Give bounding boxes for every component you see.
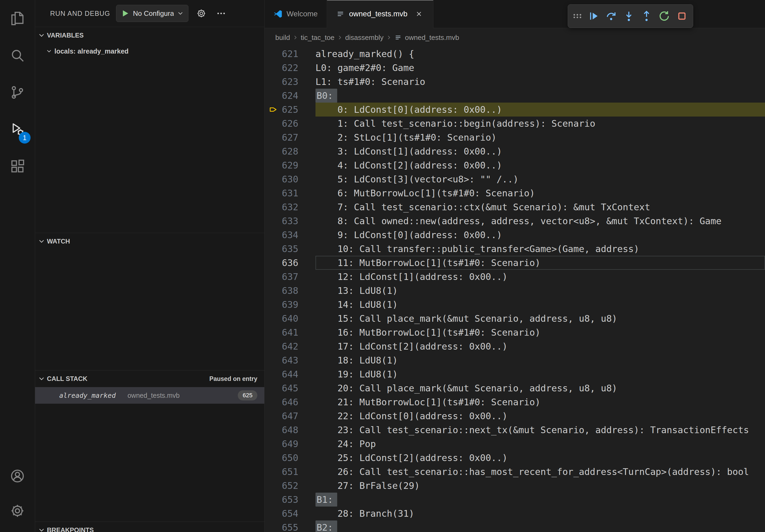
code-line-content[interactable]: 13: LdU8(1): [316, 284, 765, 298]
code-line-content[interactable]: 20: Call place_mark(&mut Scenario, addre…: [316, 381, 765, 395]
code-line-content[interactable]: 1: Call test_scenario::begin(address): S…: [316, 117, 765, 131]
code-line-content[interactable]: 27: BrFalse(29): [316, 479, 765, 493]
code-line-content[interactable]: 17: LdConst[2](address: 0x00..): [316, 339, 765, 353]
code-line-content[interactable]: 4: LdConst[2](address: 0x00..): [316, 158, 765, 172]
code-line-content[interactable]: 21: MutBorrowLoc[1](ts#1#0: Scenario): [316, 395, 765, 409]
line-number-gutter[interactable]: 630: [265, 172, 316, 186]
debug-launch-dropdown[interactable]: No Configura: [116, 5, 189, 22]
source-control-activity-button[interactable]: [0, 74, 35, 111]
step-over-button[interactable]: [603, 8, 619, 24]
line-number-gutter[interactable]: 625: [265, 103, 316, 117]
code-line-content[interactable]: 26: Call test_scenario::has_most_recent_…: [316, 465, 765, 479]
variables-scope-row[interactable]: locals: already_marked: [35, 44, 264, 59]
line-number-gutter[interactable]: 638: [265, 284, 316, 298]
code-line-content[interactable]: L1: ts#1#0: Scenario: [316, 75, 765, 89]
breadcrumb-item[interactable]: disassembly: [345, 34, 383, 42]
search-activity-button[interactable]: [0, 37, 35, 74]
breadcrumb-item[interactable]: tic_tac_toe: [301, 34, 335, 42]
line-number-gutter[interactable]: 642: [265, 339, 316, 353]
variables-section-header[interactable]: VARIABLES: [35, 27, 264, 44]
breadcrumb-item[interactable]: build: [275, 34, 290, 42]
stop-button[interactable]: [674, 8, 690, 24]
views-more-actions-button[interactable]: [214, 6, 228, 20]
code-line-content[interactable]: 16: MutBorrowLoc[1](ts#1#0: Scenario): [316, 326, 765, 339]
line-number-gutter[interactable]: 632: [265, 200, 316, 214]
step-into-button[interactable]: [620, 8, 637, 24]
code-line-content[interactable]: B0:: [316, 89, 765, 103]
code-line-content[interactable]: 11: MutBorrowLoc[1](ts#1#0: Scenario): [316, 256, 765, 270]
line-number-gutter[interactable]: 644: [265, 367, 316, 381]
continue-button[interactable]: [585, 8, 602, 24]
line-number-gutter[interactable]: 649: [265, 437, 316, 451]
line-number-gutter[interactable]: 631: [265, 186, 316, 200]
line-number-gutter[interactable]: 650: [265, 451, 316, 465]
line-number-gutter[interactable]: 627: [265, 131, 316, 144]
line-number-gutter[interactable]: 635: [265, 242, 316, 256]
code-line-content[interactable]: 0: LdConst[0](address: 0x00..): [316, 103, 765, 117]
line-number-gutter[interactable]: 655: [265, 520, 316, 532]
code-line-content[interactable]: L0: game#2#0: Game: [316, 61, 765, 75]
run-and-debug-activity-button[interactable]: 1: [0, 111, 35, 148]
line-number-gutter[interactable]: 621: [265, 47, 316, 61]
step-out-button[interactable]: [638, 8, 655, 24]
code-line-content[interactable]: 2: StLoc[1](ts#1#0: Scenario): [316, 131, 765, 144]
line-number-gutter[interactable]: 641: [265, 326, 316, 339]
account-button[interactable]: [0, 459, 35, 493]
line-number-gutter[interactable]: 634: [265, 228, 316, 242]
line-number-gutter[interactable]: 645: [265, 381, 316, 395]
close-tab-button[interactable]: [414, 9, 424, 19]
breakpoints-section-header[interactable]: BREAKPOINTS: [35, 522, 264, 532]
code-line-content[interactable]: 10: Call transfer::public_transfer<Game>…: [316, 242, 765, 256]
code-line-content[interactable]: 14: LdU8(1): [316, 298, 765, 312]
toolbar-drag-gripper-icon[interactable]: [571, 8, 584, 24]
code-line-content[interactable]: 28: Branch(31): [316, 507, 765, 520]
code-line-content[interactable]: 15: Call place_mark(&mut Scenario, addre…: [316, 312, 765, 326]
code-line-content[interactable]: 5: LdConst[3](vector<u8>: "" /..): [316, 172, 765, 186]
line-number-gutter[interactable]: 629: [265, 158, 316, 172]
code-line-content[interactable]: 7: Call test_scenario::ctx(&mut Scenario…: [316, 200, 765, 214]
code-line-content[interactable]: 8: Call owned::new(address, address, vec…: [316, 214, 765, 228]
line-number-gutter[interactable]: 624: [265, 89, 316, 103]
line-number-gutter[interactable]: 636: [265, 256, 316, 270]
line-number-gutter[interactable]: 626: [265, 117, 316, 131]
line-number-gutter[interactable]: 628: [265, 144, 316, 158]
line-number-gutter[interactable]: 633: [265, 214, 316, 228]
line-number-gutter[interactable]: 623: [265, 75, 316, 89]
code-line-content[interactable]: 6: MutBorrowLoc[1](ts#1#0: Scenario): [316, 186, 765, 200]
code-line-content[interactable]: B2:: [316, 520, 765, 532]
line-number-gutter[interactable]: 654: [265, 507, 316, 520]
code-line-content[interactable]: 25: LdConst[2](address: 0x00..): [316, 451, 765, 465]
debug-settings-button[interactable]: [194, 6, 208, 20]
code-line-content[interactable]: 9: LdConst[0](address: 0x00..): [316, 228, 765, 242]
tab-owned-tests[interactable]: owned_tests.mvb: [327, 0, 433, 28]
code-editor[interactable]: 621 already_marked() { 622 L0: game#2#0:…: [265, 47, 765, 532]
line-number-gutter[interactable]: 651: [265, 465, 316, 479]
code-line-content[interactable]: 24: Pop: [316, 437, 765, 451]
explorer-activity-button[interactable]: [0, 0, 35, 37]
extensions-activity-button[interactable]: [0, 148, 35, 185]
manage-settings-button[interactable]: [0, 493, 35, 528]
code-line-content[interactable]: 3: LdConst[1](address: 0x00..): [316, 144, 765, 158]
tab-welcome[interactable]: Welcome: [265, 0, 327, 28]
line-number-gutter[interactable]: 646: [265, 395, 316, 409]
call-stack-section-header[interactable]: CALL STACK Paused on entry: [35, 371, 264, 387]
line-number-gutter[interactable]: 640: [265, 312, 316, 326]
code-line-content[interactable]: 23: Call test_scenario::next_tx(&mut Sce…: [316, 423, 765, 437]
code-line-content[interactable]: 18: LdU8(1): [316, 353, 765, 367]
line-number-gutter[interactable]: 647: [265, 409, 316, 423]
restart-button[interactable]: [656, 8, 672, 24]
line-number-gutter[interactable]: 648: [265, 423, 316, 437]
watch-section-header[interactable]: WATCH: [35, 233, 264, 250]
line-number-gutter[interactable]: 639: [265, 298, 316, 312]
code-line-content[interactable]: already_marked() {: [316, 47, 765, 61]
line-number-gutter[interactable]: 643: [265, 353, 316, 367]
code-line-content[interactable]: B1:: [316, 493, 765, 507]
breadcrumb-file-item[interactable]: owned_tests.mvb: [394, 34, 459, 42]
line-number-gutter[interactable]: 637: [265, 270, 316, 284]
code-line-content[interactable]: 22: LdConst[0](address: 0x00..): [316, 409, 765, 423]
line-number-gutter[interactable]: 622: [265, 61, 316, 75]
code-line-content[interactable]: 12: LdConst[1](address: 0x00..): [316, 270, 765, 284]
line-number-gutter[interactable]: 653: [265, 493, 316, 507]
code-line-content[interactable]: 19: LdU8(1): [316, 367, 765, 381]
line-number-gutter[interactable]: 652: [265, 479, 316, 493]
